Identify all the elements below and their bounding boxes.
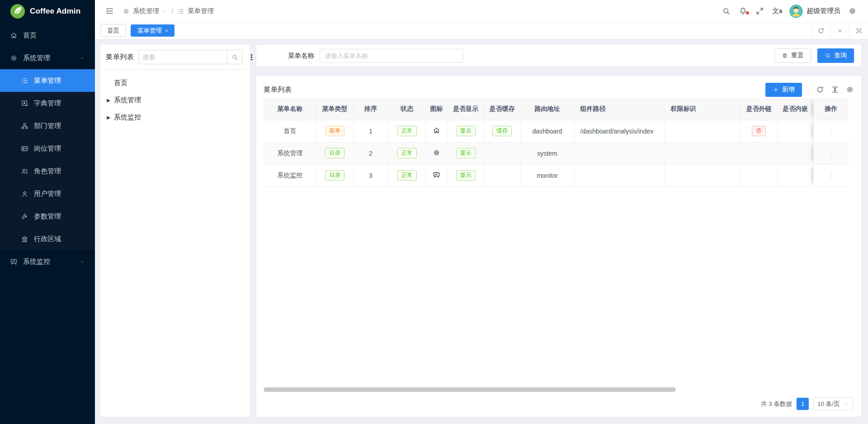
sidebar-item-角色管理[interactable]: 角色管理 <box>0 160 95 182</box>
cell-visible: 显示 <box>448 164 484 186</box>
sidebar-item-label: 菜单管理 <box>34 76 61 85</box>
cell-cache <box>484 142 520 164</box>
table-row: 首页菜单1正常显示缓存dashboard/dashboard/analysis/… <box>264 120 849 142</box>
cell-embedded <box>777 120 813 142</box>
app-logo[interactable]: Coffee Admin <box>0 0 95 22</box>
tree-item-系统管理[interactable]: ▶系统管理 <box>104 91 246 109</box>
column-settings-gear-icon[interactable] <box>846 86 854 94</box>
status-tag: 正常 <box>397 148 417 158</box>
tabs: 首页菜单管理× <box>100 24 811 37</box>
column-header-type: 菜单类型 <box>316 98 353 120</box>
cell-external: 否 <box>741 120 777 142</box>
fullscreen-icon[interactable] <box>751 7 768 15</box>
maximize-icon[interactable] <box>849 22 868 39</box>
action-divider <box>831 128 831 134</box>
close-tab-icon[interactable]: × <box>165 28 168 33</box>
density-icon[interactable] <box>831 86 839 94</box>
user-menu[interactable]: 超级管理员 <box>789 5 840 18</box>
menu-table: 菜单名称菜单类型排序状态图标是否显示是否缓存路由地址组件路径权限标识是否外链是否… <box>264 98 849 187</box>
cell-visible: 显示 <box>448 120 484 142</box>
refresh-icon[interactable] <box>811 22 830 39</box>
query-button[interactable]: 查询 <box>817 48 854 63</box>
sidebar-item-行政区域[interactable]: 行政区域 <box>0 228 95 250</box>
action-divider <box>831 172 831 179</box>
tree-list: 首页▶系统管理▶系统监控 <box>100 70 250 130</box>
sidebar-item-参数管理[interactable]: 参数管理 <box>0 205 95 228</box>
chevron-right-icon[interactable]: ▶ <box>104 115 113 120</box>
cell-route: dashboard <box>520 120 574 142</box>
status-tag: 正常 <box>397 170 417 181</box>
status-tag: 正常 <box>397 126 417 136</box>
translate-icon[interactable]: 文A <box>768 7 787 15</box>
chevron-down-icon <box>162 9 167 14</box>
sidebar-item-部门管理[interactable]: 部门管理 <box>0 114 95 137</box>
trash-icon <box>782 52 788 59</box>
tree-search-input[interactable] <box>138 50 227 64</box>
collapse-sidebar-icon[interactable] <box>101 0 118 22</box>
sidebar-item-用户管理[interactable]: 用户管理 <box>0 182 95 205</box>
sidebar-item-岗位管理[interactable]: 岗位管理 <box>0 137 95 160</box>
chevron-up-icon <box>80 55 85 61</box>
monitor-icon <box>433 171 440 179</box>
sidebar-item-系统监控[interactable]: 系统监控 <box>0 250 95 273</box>
sidebar-item-菜单管理[interactable]: 菜单管理 <box>0 69 95 92</box>
cell-component: /dashboard/analysis/index <box>574 120 665 142</box>
cell-perm <box>665 120 741 142</box>
cell-status: 正常 <box>388 120 425 142</box>
notifications-bell-icon[interactable] <box>735 7 751 15</box>
chevron-down-icon[interactable] <box>830 22 849 39</box>
sidebar-item-label: 系统管理 <box>23 54 50 62</box>
add-button[interactable]: 新增 <box>765 83 802 97</box>
tree-panel-header: 菜单列表 ⋮ <box>100 45 250 69</box>
cell-icon <box>425 164 448 186</box>
work-area: 菜单名称 重置 查询 菜单列表 <box>256 45 861 417</box>
reset-button[interactable]: 重置 <box>774 48 811 63</box>
column-header-external: 是否外链 <box>741 98 777 120</box>
app-title: Coffee Admin <box>30 7 80 16</box>
status-tag: 显示 <box>456 148 476 158</box>
cell-external <box>741 164 777 186</box>
leaf-logo-icon <box>10 4 25 19</box>
horizontal-scrollbar-thumb[interactable] <box>264 387 676 392</box>
page-1-button[interactable]: 1 <box>797 398 809 410</box>
sidebar-item-label: 岗位管理 <box>34 144 61 153</box>
search-icon[interactable] <box>718 7 735 15</box>
table-card-header: 菜单列表 新增 <box>264 81 854 98</box>
chevron-right-icon[interactable]: ▶ <box>104 98 113 103</box>
cell-visible: 显示 <box>448 142 484 164</box>
status-tag: 否 <box>752 126 766 136</box>
tab-首页[interactable]: 首页 <box>100 24 126 37</box>
settings-gear-icon[interactable] <box>844 7 861 15</box>
tab-label: 首页 <box>107 27 119 35</box>
sidebar-item-首页[interactable]: 首页 <box>0 24 95 47</box>
cell-order: 3 <box>353 164 388 186</box>
tree-more-icon[interactable]: ⋮ <box>247 52 256 62</box>
menu-name-input[interactable] <box>320 49 463 63</box>
row-actions <box>816 128 846 134</box>
menu-list-icon <box>177 8 184 15</box>
tree-item-首页[interactable]: 首页 <box>104 74 246 91</box>
chevron-down-icon <box>844 402 849 406</box>
reload-table-icon[interactable] <box>816 86 824 94</box>
tree-search-button[interactable] <box>227 50 242 64</box>
breadcrumb-item[interactable]: 系统管理 <box>133 7 159 15</box>
menu-name-label: 菜单名称 <box>288 52 314 60</box>
monitor-icon <box>10 258 18 266</box>
cell-status: 正常 <box>388 142 425 164</box>
avatar <box>789 5 803 18</box>
roles-icon <box>21 167 28 175</box>
cell-actions <box>813 120 849 142</box>
cell-name: 系统监控 <box>264 164 316 186</box>
status-tag: 目录 <box>325 148 344 158</box>
gear-icon <box>10 54 18 62</box>
column-header-icon: 图标 <box>425 98 448 120</box>
column-header-route: 路由地址 <box>520 98 574 120</box>
tab-菜单管理[interactable]: 菜单管理× <box>131 24 175 37</box>
tree-item-系统监控[interactable]: ▶系统监控 <box>104 109 246 126</box>
sidebar-item-系统管理[interactable]: 系统管理 <box>0 47 95 69</box>
chevron-down-icon <box>80 259 85 264</box>
sidebar-item-字典管理[interactable]: 字典管理 <box>0 92 95 114</box>
sidebar-item-label: 字典管理 <box>34 99 61 108</box>
cell-name: 首页 <box>264 120 316 142</box>
page-size-select[interactable]: 10 条/页 <box>813 397 853 410</box>
